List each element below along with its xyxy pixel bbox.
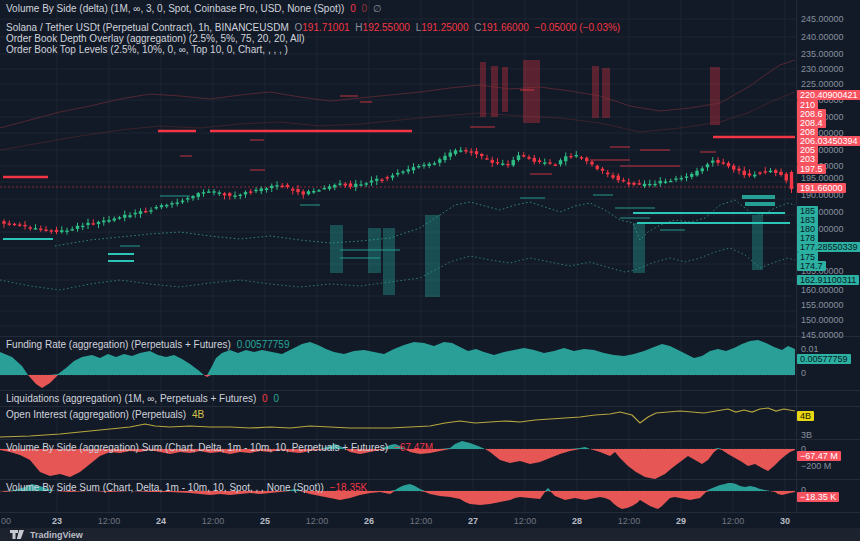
ohlc-h-value: 192.55000: [363, 22, 410, 33]
indicator-title: Order Book Top Levels (2.5%, 10%, 0, ∞, …: [6, 44, 288, 55]
legend-symbol[interactable]: Solana / Tether USDt (Perpetual Contract…: [6, 22, 623, 33]
axis-price-label: 240.00000: [801, 32, 844, 42]
time-axis-label: 30: [780, 516, 790, 526]
footer-bar: TradingView: [0, 528, 860, 541]
indicator-value: 4B: [192, 409, 204, 420]
time-axis-label: 29: [676, 516, 686, 526]
change-value: −0.05000 (−0.03%): [535, 22, 621, 33]
time-axis-label: 23: [52, 516, 62, 526]
axis-price-label: 0.01: [801, 344, 819, 354]
axis-price-label: 195.00000: [801, 173, 844, 183]
tradingview-chart-window: { "colors": { "bg": "#131a27", "grid": "…: [0, 0, 860, 541]
price-level-badge: 197.5: [797, 164, 826, 174]
ohlc-h-label: H: [355, 22, 362, 33]
indicator-value: −67.47M: [394, 442, 433, 453]
price-level-badge: −18.35 K: [797, 492, 839, 502]
price-level-badge: −67.47 M: [797, 451, 841, 461]
legend-open-interest[interactable]: Open Interest (aggregation) (Perpetuals)…: [6, 409, 207, 420]
axis-price-label: −200 M: [801, 461, 831, 471]
time-axis-label: 12:00: [722, 516, 745, 526]
time-axis-label: 28: [572, 516, 582, 526]
indicator-title: Volume By Side (aggregation) Sum (Chart,…: [6, 442, 388, 453]
axis-price-label: 150.00000: [801, 315, 844, 325]
price-level-badge: 191.66000: [797, 183, 846, 193]
indicator-value: 0.00577759: [237, 339, 290, 350]
time-axis-label: 26: [364, 516, 374, 526]
indicator-value: 0: [273, 393, 279, 404]
time-axis-label: 12:00: [98, 516, 121, 526]
axis-price-label: 225.00000: [801, 79, 844, 89]
ohlc-o-value: 191.71001: [302, 22, 349, 33]
axis-price-label: 230.00000: [801, 64, 844, 74]
legend-volume-by-side-agg[interactable]: Volume By Side (aggregation) Sum (Chart,…: [6, 442, 436, 453]
axis-price-label: 245.00000: [801, 14, 844, 24]
price-level-badge: 177.28550339: [797, 242, 860, 252]
time-axis-label: 12:00: [410, 516, 433, 526]
indicator-title: Open Interest (aggregation) (Perpetuals): [6, 409, 186, 420]
panel-separator[interactable]: [0, 512, 860, 513]
panel-separator[interactable]: [0, 479, 860, 480]
legend-volume-by-side-spot[interactable]: Volume By Side Sum (Chart, Delta, 1m - 1…: [6, 482, 370, 493]
legend-order-book-top-levels[interactable]: Order Book Top Levels (2.5%, 10%, 0, ∞, …: [6, 44, 291, 55]
time-axis-label: 12:00: [202, 516, 225, 526]
ohlc-c-label: C: [474, 22, 481, 33]
axis-price-label: 0: [801, 368, 806, 378]
indicator-title: Volume By Side (delta) (1M, ∞, 3, 0, Spo…: [6, 3, 344, 14]
indicator-title: Funding Rate (aggregation) (Perpetuals +…: [6, 339, 231, 350]
price-level-badge: 174.7: [797, 261, 826, 271]
axis-price-label: 145.00000: [801, 330, 844, 340]
axis-price-label: 160.00000: [801, 285, 844, 295]
price-level-badge: 220.40900421: [797, 90, 860, 100]
chart-canvas[interactable]: [0, 0, 796, 541]
price-level-badge: 0.00577759: [797, 354, 851, 364]
legend-order-book-depth[interactable]: Order Book Depth Overlay (aggregation) (…: [6, 33, 308, 44]
tradingview-logo-icon[interactable]: [10, 530, 25, 539]
indicator-title: Order Book Depth Overlay (aggregation) (…: [6, 33, 305, 44]
legend-liquidations[interactable]: Liquidations (aggregation) (1M, ∞, Perpe…: [6, 393, 282, 404]
panel-separator[interactable]: [0, 336, 860, 337]
axis-price-label: 235.00000: [801, 49, 844, 59]
axis-price-label: 3B: [801, 430, 812, 440]
time-axis-label: 00: [1, 516, 11, 526]
time-axis-label: 12:00: [618, 516, 641, 526]
tradingview-brand[interactable]: TradingView: [30, 530, 83, 540]
price-level-badge: 203: [797, 154, 818, 164]
price-level-badge: 162.91100311: [797, 275, 859, 285]
time-axis-label: 24: [156, 516, 166, 526]
time-axis-label: 25: [260, 516, 270, 526]
no-data-icon: ∅: [373, 3, 382, 14]
symbol-title: Solana / Tether USDt (Perpetual Contract…: [6, 22, 289, 33]
panel-separator[interactable]: [0, 390, 860, 391]
indicator-value: 0: [262, 393, 268, 404]
indicator-value: 0: [350, 3, 356, 14]
time-axis-label: 27: [468, 516, 478, 526]
indicator-value: 0: [362, 3, 368, 14]
ohlc-l-value: 191.25000: [421, 22, 468, 33]
indicator-value: −18.35K: [330, 482, 368, 493]
axis-price-label: 155.00000: [801, 300, 844, 310]
panel-separator[interactable]: [0, 406, 860, 407]
indicator-title: Volume By Side Sum (Chart, Delta, 1m - 1…: [6, 482, 324, 493]
price-level-badge: 4B: [797, 411, 814, 421]
time-axis-label: 12:00: [306, 516, 329, 526]
time-axis-label: 12:00: [514, 516, 537, 526]
ohlc-c-value: 191.66000: [482, 22, 529, 33]
legend-funding-rate[interactable]: Funding Rate (aggregation) (Perpetuals +…: [6, 339, 292, 350]
indicator-title: Liquidations (aggregation) (1M, ∞, Perpe…: [6, 393, 256, 404]
panel-separator[interactable]: [0, 439, 860, 440]
legend-volume-by-side-delta[interactable]: Volume By Side (delta) (1M, ∞, 3, 0, Spo…: [6, 3, 385, 14]
